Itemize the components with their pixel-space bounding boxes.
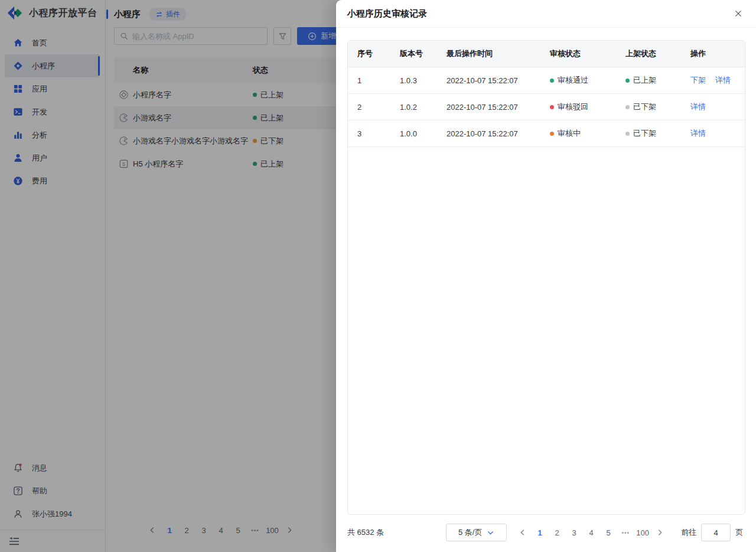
version-cell: 1.0.0: [390, 129, 437, 138]
review-table-row: 3 1.0.0 2022-10-07 15:22:07 审核中 已下架 详情: [348, 120, 745, 147]
review-history-table: 序号 版本号 最后操作时间 审核状态 上架状态 操作 1 1.0.3 2022-…: [347, 40, 745, 515]
page-number[interactable]: 100: [634, 524, 651, 541]
details-link[interactable]: 详情: [690, 128, 706, 139]
details-link[interactable]: 详情: [715, 75, 731, 86]
review-table-header: 序号 版本号 最后操作时间 审核状态 上架状态 操作: [348, 41, 745, 67]
column-header-review-status: 审核状态: [540, 48, 616, 59]
review-status-dot: [550, 105, 554, 109]
shelf-status-text: 已上架: [633, 75, 656, 86]
goto-page-input[interactable]: [701, 524, 731, 541]
prev-page-button[interactable]: [514, 524, 531, 541]
close-button[interactable]: [732, 7, 745, 20]
page-number[interactable]: 5: [600, 524, 617, 541]
column-header-time: 最后操作时间: [437, 48, 540, 59]
review-status-text: 审核通过: [558, 75, 588, 86]
goto-unit: 页: [735, 527, 743, 538]
pagination-ellipsis[interactable]: •••: [617, 524, 634, 541]
time-cell: 2022-10-07 15:22:07: [437, 129, 540, 138]
time-cell: 2022-10-07 15:22:07: [437, 103, 540, 112]
version-cell: 1.0.2: [390, 103, 437, 112]
shelf-status-dot: [625, 79, 630, 83]
drawer-title: 小程序历史审核记录: [347, 8, 427, 19]
shelf-status-text: 已下架: [633, 128, 656, 139]
review-status-dot: [550, 79, 554, 83]
close-icon: [734, 9, 742, 18]
page-size-value: 5 条/页: [458, 527, 482, 538]
time-cell: 2022-10-07 15:22:07: [437, 76, 540, 85]
page-number[interactable]: 3: [566, 524, 582, 541]
version-cell: 1.0.3: [390, 76, 437, 85]
history-review-drawer: 小程序历史审核记录 序号 版本号 最后操作时间 审核状态 上架状态 操作 1 1…: [336, 0, 756, 552]
column-header-seq: 序号: [348, 48, 390, 59]
seq-cell: 2: [348, 103, 390, 112]
chevron-down-icon: [487, 529, 494, 537]
details-link[interactable]: 详情: [690, 102, 706, 112]
review-table-row: 1 1.0.3 2022-10-07 15:22:07 审核通过 已上架 下架 …: [348, 67, 745, 94]
review-table-row: 2 1.0.2 2022-10-07 15:22:07 审核驳回 已下架 详情: [348, 94, 745, 120]
chevron-right-icon: [656, 528, 664, 537]
column-header-actions: 操作: [681, 48, 745, 59]
seq-cell: 3: [348, 129, 390, 138]
column-header-version: 版本号: [390, 48, 437, 59]
page-number[interactable]: 1: [532, 524, 548, 541]
seq-cell: 1: [348, 76, 390, 85]
review-status-text: 审核驳回: [558, 102, 588, 112]
shelf-status-dot: [625, 105, 630, 109]
shelf-status-text: 已下架: [633, 102, 656, 112]
review-status-dot: [550, 132, 554, 136]
total-count: 共 6532 条: [347, 527, 384, 538]
chevron-left-icon: [519, 528, 527, 537]
drawer-header: 小程序历史审核记录: [336, 0, 756, 28]
drawer-footer: 共 6532 条 5 条/页 1 2 3 4 5 ••• 100 前往 页: [347, 524, 745, 541]
page-number[interactable]: 4: [583, 524, 599, 541]
drawer-pagination: 1 2 3 4 5 ••• 100: [514, 524, 668, 541]
column-header-shelf-status: 上架状态: [616, 48, 681, 59]
review-status-text: 审核中: [558, 128, 581, 139]
goto-label: 前往: [681, 527, 696, 538]
shelf-status-dot: [625, 132, 630, 136]
page-number[interactable]: 2: [549, 524, 565, 541]
next-page-button[interactable]: [651, 524, 668, 541]
page-size-select[interactable]: 5 条/页: [446, 524, 507, 541]
goto-page: 前往 页: [681, 524, 743, 541]
take-down-link[interactable]: 下架: [690, 75, 706, 86]
